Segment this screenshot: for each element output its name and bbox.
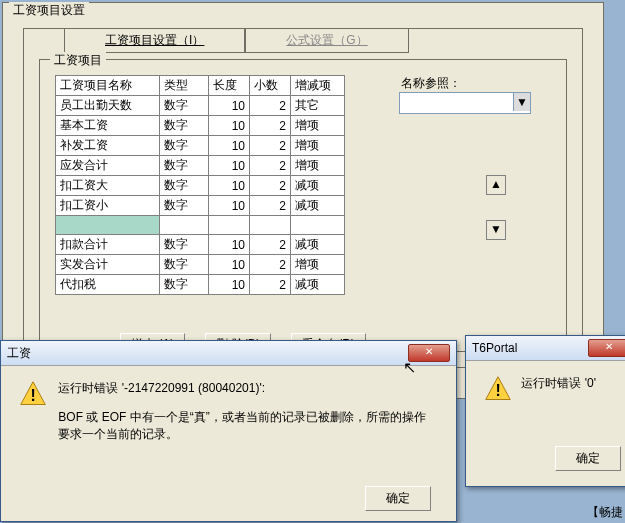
- col-incdec: 增减项: [291, 76, 345, 96]
- table-cell[interactable]: 其它: [291, 96, 345, 116]
- tab-bar: 工资项目设置（I） 公式设置（G）: [64, 28, 409, 53]
- table-cell[interactable]: 10: [209, 96, 250, 116]
- svg-text:!: !: [30, 387, 35, 404]
- table-cell[interactable]: 2: [250, 235, 291, 255]
- table-cell[interactable]: 增项: [291, 136, 345, 156]
- table-cell[interactable]: 数字: [160, 176, 209, 196]
- table-cell[interactable]: 2: [250, 275, 291, 295]
- table-cell[interactable]: 2: [250, 116, 291, 136]
- dialog1-ok-button[interactable]: 确定: [365, 486, 431, 511]
- table-cell[interactable]: [160, 216, 209, 235]
- table-row[interactable]: 代扣税数字102减项: [56, 275, 345, 295]
- table-cell[interactable]: 2: [250, 136, 291, 156]
- close-icon[interactable]: ✕: [408, 344, 450, 362]
- table-row[interactable]: 扣款合计数字102减项: [56, 235, 345, 255]
- table-cell[interactable]: 减项: [291, 275, 345, 295]
- warning-icon: !: [484, 375, 512, 403]
- table-cell[interactable]: 10: [209, 136, 250, 156]
- table-row[interactable]: [56, 216, 345, 235]
- ref-combo[interactable]: ▼: [399, 92, 531, 114]
- close-icon[interactable]: ✕: [588, 339, 625, 357]
- table-cell[interactable]: [56, 216, 160, 235]
- table-cell[interactable]: 补发工资: [56, 136, 160, 156]
- table-cell[interactable]: 数字: [160, 96, 209, 116]
- table-cell[interactable]: 增项: [291, 156, 345, 176]
- table-cell[interactable]: 减项: [291, 176, 345, 196]
- dialog2-titlebar[interactable]: T6Portal ✕: [466, 336, 625, 361]
- col-len: 长度: [209, 76, 250, 96]
- dialog1-titlebar[interactable]: 工资 ✕: [1, 341, 456, 366]
- warning-icon: !: [19, 380, 47, 408]
- table-cell[interactable]: 扣工资小: [56, 196, 160, 216]
- ref-label: 名称参照：: [401, 75, 461, 92]
- table-row[interactable]: 补发工资数字102增项: [56, 136, 345, 156]
- table-cell[interactable]: [291, 216, 345, 235]
- table-row[interactable]: 扣工资大数字102减项: [56, 176, 345, 196]
- window-title: 工资项目设置: [9, 2, 89, 19]
- table-cell[interactable]: 2: [250, 96, 291, 116]
- table-cell[interactable]: 数字: [160, 235, 209, 255]
- table-cell[interactable]: 增项: [291, 255, 345, 275]
- dialog1-body: ! 运行时错误 '-2147220991 (80040201)': BOF 或 …: [1, 366, 456, 457]
- col-type: 类型: [160, 76, 209, 96]
- col-dec: 小数: [250, 76, 291, 96]
- table-cell[interactable]: 实发合计: [56, 255, 160, 275]
- table-cell[interactable]: 10: [209, 275, 250, 295]
- table-cell[interactable]: 2: [250, 156, 291, 176]
- dialog2-title: T6Portal: [472, 341, 517, 355]
- table-cell[interactable]: 增项: [291, 116, 345, 136]
- dialog2-body: ! 运行时错误 '0': [466, 361, 625, 417]
- table-header-row: 工资项目名称 类型 长度 小数 增减项: [56, 76, 345, 96]
- tab-items[interactable]: 工资项目设置（I）: [64, 28, 245, 53]
- chevron-down-icon[interactable]: ▼: [513, 93, 530, 111]
- svg-text:!: !: [495, 382, 500, 399]
- dialog1-line1: 运行时错误 '-2147220991 (80040201)':: [58, 380, 428, 397]
- table-row[interactable]: 扣工资小数字102减项: [56, 196, 345, 216]
- dialog2-ok-button[interactable]: 确定: [555, 446, 621, 471]
- group-label: 工资项目: [50, 52, 106, 69]
- table-cell[interactable]: 10: [209, 235, 250, 255]
- table-cell[interactable]: 数字: [160, 116, 209, 136]
- table-cell[interactable]: 数字: [160, 136, 209, 156]
- table-cell[interactable]: 减项: [291, 235, 345, 255]
- error-dialog-1: 工资 ✕ ! 运行时错误 '-2147220991 (80040201)': B…: [0, 340, 457, 522]
- error-dialog-2: T6Portal ✕ ! 运行时错误 '0' 确定: [465, 335, 625, 487]
- table-cell[interactable]: 减项: [291, 196, 345, 216]
- dialog2-msg: 运行时错误 '0': [521, 376, 596, 390]
- table-cell[interactable]: 员工出勤天数: [56, 96, 160, 116]
- dialog1-line2: BOF 或 EOF 中有一个是“真”，或者当前的记录已被删除，所需的操作要求一个…: [58, 409, 428, 443]
- tab-formula[interactable]: 公式设置（G）: [245, 28, 408, 53]
- table-cell[interactable]: 代扣税: [56, 275, 160, 295]
- table-cell[interactable]: 10: [209, 116, 250, 136]
- table-cell[interactable]: 数字: [160, 255, 209, 275]
- table-row[interactable]: 员工出勤天数数字102其它: [56, 96, 345, 116]
- table-cell[interactable]: 数字: [160, 156, 209, 176]
- move-down-button[interactable]: ▼: [486, 220, 506, 240]
- table-cell[interactable]: 2: [250, 255, 291, 275]
- table-row[interactable]: 实发合计数字102增项: [56, 255, 345, 275]
- table-cell[interactable]: 扣款合计: [56, 235, 160, 255]
- group-box: 工资项目 工资项目名称 类型 长度 小数 增减项 员工出勤天数数字102其它基本…: [39, 59, 567, 352]
- table-cell[interactable]: 扣工资大: [56, 176, 160, 196]
- col-name: 工资项目名称: [56, 76, 160, 96]
- move-up-button[interactable]: ▲: [486, 175, 506, 195]
- table-cell[interactable]: 数字: [160, 275, 209, 295]
- table-cell[interactable]: [250, 216, 291, 235]
- table-cell[interactable]: 10: [209, 176, 250, 196]
- table-cell[interactable]: [209, 216, 250, 235]
- table-row[interactable]: 基本工资数字102增项: [56, 116, 345, 136]
- table-cell[interactable]: 2: [250, 176, 291, 196]
- table-cell[interactable]: 10: [209, 196, 250, 216]
- table-cell[interactable]: 基本工资: [56, 116, 160, 136]
- table-cell[interactable]: 10: [209, 156, 250, 176]
- table-cell[interactable]: 2: [250, 196, 291, 216]
- table-cell[interactable]: 数字: [160, 196, 209, 216]
- footer-text: 【畅捷: [587, 504, 623, 521]
- items-table[interactable]: 工资项目名称 类型 长度 小数 增减项 员工出勤天数数字102其它基本工资数字1…: [55, 75, 345, 295]
- inner-frame: 工资项目设置（I） 公式设置（G） 工资项目 工资项目名称 类型 长度 小数 增…: [23, 28, 583, 368]
- table-row[interactable]: 应发合计数字102增项: [56, 156, 345, 176]
- table-cell[interactable]: 10: [209, 255, 250, 275]
- table-cell[interactable]: 应发合计: [56, 156, 160, 176]
- dialog1-title: 工资: [7, 345, 31, 362]
